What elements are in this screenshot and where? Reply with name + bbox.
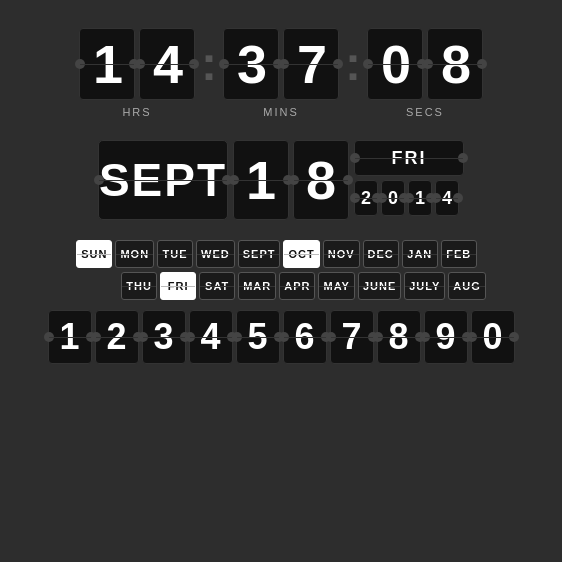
day-tens: 1 <box>233 140 289 220</box>
selector-fri[interactable]: FRI <box>160 272 196 300</box>
hinge <box>189 59 199 69</box>
seconds-label: SECS <box>406 106 444 118</box>
month-value: SEPT <box>99 153 227 207</box>
weekday-tile: FRI <box>354 140 464 176</box>
time-section: 1 4 HRS : 3 7 MINS : <box>79 28 483 118</box>
selector-row-1: SUNMONTUEWEDSEPTOCTNOVDECJANFEB <box>76 240 486 268</box>
number-1: 1 <box>48 310 92 364</box>
hinge <box>453 193 463 203</box>
selector-june[interactable]: JUNE <box>358 272 401 300</box>
hinge <box>350 153 360 163</box>
minutes-tens: 3 <box>223 28 279 100</box>
selector-sun[interactable]: SUN <box>76 240 112 268</box>
hinge <box>279 332 289 342</box>
hinge <box>219 59 229 69</box>
colon-2: : <box>345 40 361 88</box>
selector-feb[interactable]: FEB <box>441 240 477 268</box>
minutes-ones-value: 7 <box>297 33 325 95</box>
hours-label: HRS <box>122 106 151 118</box>
selector-row-2: THUFRISATMARAPRMAYJUNEJULYAUG <box>76 272 486 300</box>
selector-nov[interactable]: NOV <box>323 240 360 268</box>
hinge <box>377 193 387 203</box>
hinge <box>420 332 430 342</box>
hinge <box>509 332 519 342</box>
selector-wed[interactable]: WED <box>196 240 235 268</box>
date-section: SEPT 1 8 FRI 2 0 <box>98 140 464 220</box>
selector-apr[interactable]: APR <box>279 272 315 300</box>
year-group: 2 0 1 4 <box>354 180 464 216</box>
hinge <box>373 332 383 342</box>
hinge <box>326 332 336 342</box>
hinge <box>138 332 148 342</box>
hours-tens-value: 1 <box>93 33 121 95</box>
number-2: 2 <box>95 310 139 364</box>
minutes-label: MINS <box>263 106 299 118</box>
hinge <box>363 59 373 69</box>
year-d2: 0 <box>388 188 398 209</box>
weekday-value: FRI <box>392 148 427 169</box>
selector-oct[interactable]: OCT <box>283 240 319 268</box>
hours-tens: 1 <box>79 28 135 100</box>
number-5: 5 <box>236 310 280 364</box>
minutes-digits: 3 7 <box>223 28 339 100</box>
hinge <box>458 153 468 163</box>
hours-ones: 4 <box>139 28 195 100</box>
year-d4: 4 <box>442 188 452 209</box>
year-d3: 1 <box>415 188 425 209</box>
day-ones: 8 <box>293 140 349 220</box>
selector-sat[interactable]: SAT <box>199 272 235 300</box>
minutes-ones: 7 <box>283 28 339 100</box>
selector-may[interactable]: MAY <box>318 272 354 300</box>
hinge <box>229 175 239 185</box>
selector-aug[interactable]: AUG <box>448 272 485 300</box>
day-tens-value: 1 <box>246 149 276 211</box>
hinge <box>94 175 104 185</box>
selector-dec[interactable]: DEC <box>363 240 399 268</box>
hinge <box>333 59 343 69</box>
minutes-group: 3 7 MINS <box>223 28 339 118</box>
number-3: 3 <box>142 310 186 364</box>
hinge <box>135 59 145 69</box>
hinge <box>44 332 54 342</box>
year-d1: 2 <box>361 188 371 209</box>
seconds-digits: 0 8 <box>367 28 483 100</box>
hinge <box>467 332 477 342</box>
hinge <box>289 175 299 185</box>
year-digit-2: 0 <box>381 180 405 216</box>
seconds-group: 0 8 SECS <box>367 28 483 118</box>
selector-mon[interactable]: MON <box>115 240 154 268</box>
selector-section: SUNMONTUEWEDSEPTOCTNOVDECJANFEB THUFRISA… <box>76 240 486 300</box>
day-ones-value: 8 <box>306 149 336 211</box>
hours-group: 1 4 HRS <box>79 28 195 118</box>
selector-tue[interactable]: TUE <box>157 240 193 268</box>
selector-thu[interactable]: THU <box>121 272 157 300</box>
number-9: 9 <box>424 310 468 364</box>
year-digit-3: 1 <box>408 180 432 216</box>
selector-sept[interactable]: SEPT <box>238 240 281 268</box>
numbers-section: 1234567890 <box>48 310 515 364</box>
number-8: 8 <box>377 310 421 364</box>
hinge <box>185 332 195 342</box>
hinge <box>477 59 487 69</box>
month-tile: SEPT <box>98 140 228 220</box>
hinge <box>279 59 289 69</box>
hinge <box>404 193 414 203</box>
selector-jan[interactable]: JAN <box>402 240 438 268</box>
year-digit-4: 4 <box>435 180 459 216</box>
seconds-ones-value: 8 <box>441 33 469 95</box>
seconds-tens-value: 0 <box>381 33 409 95</box>
seconds-tens: 0 <box>367 28 423 100</box>
year-digit-1: 2 <box>354 180 378 216</box>
hinge <box>343 175 353 185</box>
colon-1: : <box>201 40 217 88</box>
minutes-tens-value: 3 <box>237 33 265 95</box>
seconds-ones: 8 <box>427 28 483 100</box>
hinge <box>75 59 85 69</box>
weekyear-group: FRI 2 0 1 4 <box>354 140 464 220</box>
selector-mar[interactable]: MAR <box>238 272 276 300</box>
number-7: 7 <box>330 310 374 364</box>
number-4: 4 <box>189 310 233 364</box>
selector-july[interactable]: JULY <box>404 272 445 300</box>
hours-digits: 1 4 <box>79 28 195 100</box>
hinge <box>431 193 441 203</box>
